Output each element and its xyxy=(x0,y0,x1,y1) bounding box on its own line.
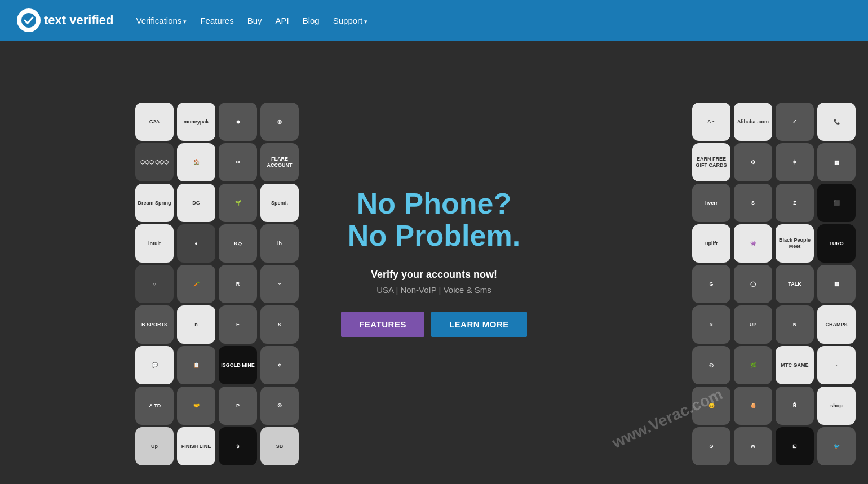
left-app-icon-34: $ xyxy=(219,427,257,465)
right-app-icon-12: uplift xyxy=(692,224,730,263)
left-app-icon-7: FLARE ACCOUNT xyxy=(260,143,299,181)
cta-buttons: FEATURES LEARN MORE xyxy=(341,312,527,337)
right-app-icon-2: ✓ xyxy=(776,103,814,141)
main-content: G2Amoneypak◆◎⬡⬡⬡ ⬡⬡⬡🏠✂FLARE ACCOUNTDream… xyxy=(0,41,868,484)
right-app-icon-31: shop xyxy=(817,387,856,425)
features-button[interactable]: FEATURES xyxy=(341,312,424,337)
right-app-icon-27: ∞ xyxy=(817,346,856,384)
subheading: Verify your accounts now! xyxy=(341,269,527,281)
right-app-icon-34: ⊡ xyxy=(776,427,814,465)
nav-item-support[interactable]: Support xyxy=(333,16,368,25)
right-app-icon-17: ◯ xyxy=(734,265,772,303)
right-app-icon-16: G xyxy=(692,265,730,303)
nav-item-verifications[interactable]: Verifications xyxy=(136,16,187,25)
nav-item-blog[interactable]: Blog xyxy=(303,16,320,25)
right-app-icon-23: CHAMPS xyxy=(817,305,856,344)
left-app-icon-27: ¢ xyxy=(260,346,299,384)
right-app-icon-11: ⬛ xyxy=(817,184,856,222)
left-app-grid: G2Amoneypak◆◎⬡⬡⬡ ⬡⬡⬡🏠✂FLARE ACCOUNTDream… xyxy=(135,103,300,465)
left-app-icon-2: ◆ xyxy=(219,103,257,141)
logo-text: text verified xyxy=(44,13,114,28)
left-app-icon-6: ✂ xyxy=(219,143,257,181)
right-app-icon-0: A ~ xyxy=(692,103,730,141)
left-app-icon-12: intuit xyxy=(135,224,174,263)
right-app-icon-15: TURO xyxy=(817,224,856,263)
right-app-icon-9: S xyxy=(734,184,772,222)
left-app-icon-23: S xyxy=(260,305,299,344)
logo-icon xyxy=(17,8,41,32)
right-app-icon-32: ⊙ xyxy=(692,427,730,465)
left-app-icon-20: B SPORTS xyxy=(135,305,174,344)
svg-point-0 xyxy=(21,13,36,28)
left-app-icon-10: 🌱 xyxy=(219,184,257,222)
right-app-icon-35: 🐦 xyxy=(817,427,856,465)
right-app-icon-29: 🥚 xyxy=(734,387,772,425)
left-app-icon-13: ● xyxy=(177,224,215,263)
right-app-icon-7: ▦ xyxy=(817,143,856,181)
right-app-icon-13: 👾 xyxy=(734,224,772,263)
right-app-grid: A ~Alibaba .com✓📞EARN FREE GIFT CARDS⚙✶▦… xyxy=(692,103,857,465)
nav-item-buy[interactable]: Buy xyxy=(247,16,262,25)
right-app-icon-30: B̄ xyxy=(776,387,814,425)
left-app-icon-22: E xyxy=(219,305,257,344)
left-app-icon-5: 🏠 xyxy=(177,143,215,181)
left-app-icon-29: 🤝 xyxy=(177,387,215,425)
left-app-icon-21: n xyxy=(177,305,215,344)
learn-more-button[interactable]: LEARN MORE xyxy=(431,312,527,337)
left-app-icon-33: FINISH LINE xyxy=(177,427,215,465)
right-app-icon-21: UP xyxy=(734,305,772,344)
right-app-icon-1: Alibaba .com xyxy=(734,103,772,141)
left-app-icon-31: ☮ xyxy=(260,387,299,425)
right-app-icon-24: ◎ xyxy=(692,346,730,384)
right-app-icon-20: ≈ xyxy=(692,305,730,344)
main-nav: VerificationsFeaturesBuyAPIBlogSupport xyxy=(136,16,368,25)
right-app-icon-4: EARN FREE GIFT CARDS xyxy=(692,143,730,181)
right-app-icon-28: 😊 xyxy=(692,387,730,425)
left-app-icon-1: moneypak xyxy=(177,103,215,141)
right-app-icon-19: ▦ xyxy=(817,265,856,303)
left-app-icon-24: 💬 xyxy=(135,346,174,384)
nav-item-features[interactable]: Features xyxy=(200,16,233,25)
right-app-icon-26: MTC GAME xyxy=(776,346,814,384)
right-app-icon-3: 📞 xyxy=(817,103,856,141)
left-app-icon-26: ISGOLD MINE xyxy=(219,346,257,384)
right-app-icon-33: W xyxy=(734,427,772,465)
headline-2: No Problem. xyxy=(341,220,527,252)
left-app-icon-35: SB xyxy=(260,427,299,465)
header: text verified VerificationsFeaturesBuyAP… xyxy=(0,0,868,41)
right-app-icon-22: Ñ xyxy=(776,305,814,344)
left-app-icon-9: DG xyxy=(177,184,215,222)
right-app-icon-6: ✶ xyxy=(776,143,814,181)
left-app-icon-16: ○ xyxy=(135,265,174,303)
left-app-icon-19: ∞ xyxy=(260,265,299,303)
left-app-icon-30: P xyxy=(219,387,257,425)
left-app-icon-8: Dream Spring xyxy=(135,184,174,222)
right-app-icon-10: Z xyxy=(776,184,814,222)
right-app-icon-14: Black People Meet xyxy=(776,224,814,263)
left-app-icon-0: G2A xyxy=(135,103,174,141)
right-app-icon-18: TALK xyxy=(776,265,814,303)
left-app-icon-32: Up xyxy=(135,427,174,465)
left-app-icon-15: ib xyxy=(260,224,299,263)
left-app-icon-28: ↗ TD xyxy=(135,387,174,425)
right-app-icon-8: fiverr xyxy=(692,184,730,222)
left-app-icon-17: 🥕 xyxy=(177,265,215,303)
left-app-icon-3: ◎ xyxy=(260,103,299,141)
headline-1: No Phone? xyxy=(341,188,527,220)
sub-detail: USA | Non-VoIP | Voice & Sms xyxy=(341,285,527,295)
left-app-icon-25: 📋 xyxy=(177,346,215,384)
left-app-icon-4: ⬡⬡⬡ ⬡⬡⬡ xyxy=(135,143,174,181)
left-app-icon-11: Spend. xyxy=(260,184,299,222)
left-app-icon-18: R xyxy=(219,265,257,303)
right-app-icon-5: ⚙ xyxy=(734,143,772,181)
logo[interactable]: text verified xyxy=(17,8,114,32)
hero-section: No Phone? No Problem. Verify your accoun… xyxy=(341,188,527,337)
nav-item-api[interactable]: API xyxy=(276,16,289,25)
left-app-icon-14: K◇ xyxy=(219,224,257,263)
right-app-icon-25: 🌿 xyxy=(734,346,772,384)
